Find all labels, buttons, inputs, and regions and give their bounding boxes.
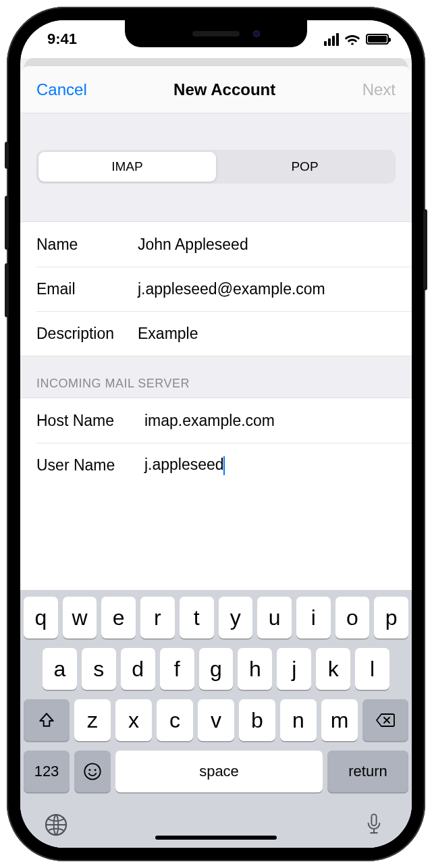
key-i[interactable]: i xyxy=(296,597,331,639)
front-camera xyxy=(253,30,260,37)
speaker-grille xyxy=(192,31,240,36)
screen: 9:41 Cancel New Account Next xyxy=(20,20,412,848)
username-value[interactable]: j.appleseed xyxy=(144,456,396,475)
backspace-key[interactable] xyxy=(362,699,408,741)
home-indicator[interactable] xyxy=(155,836,277,840)
key-w[interactable]: w xyxy=(63,597,97,639)
keyboard-row-3: z x c v b n m xyxy=(24,699,408,741)
battery-icon xyxy=(366,34,389,45)
dictation-key[interactable] xyxy=(364,813,388,837)
keyboard[interactable]: q w e r t y u i o p a s d xyxy=(20,590,412,848)
key-r[interactable]: r xyxy=(140,597,175,639)
volume-down-button xyxy=(5,263,9,317)
keyboard-row-4: 123 space return xyxy=(24,751,408,792)
shift-key[interactable] xyxy=(24,699,70,741)
return-key[interactable]: return xyxy=(327,751,408,792)
svg-point-0 xyxy=(84,763,100,779)
key-h[interactable]: h xyxy=(238,648,272,690)
segment-imap[interactable]: IMAP xyxy=(38,152,216,182)
key-k[interactable]: k xyxy=(316,648,350,690)
name-label: Name xyxy=(36,236,138,254)
nav-bar: Cancel New Account Next xyxy=(20,66,412,113)
key-v[interactable]: v xyxy=(198,699,234,741)
protocol-segmented-control[interactable]: IMAP POP xyxy=(36,150,396,184)
globe-icon xyxy=(44,813,68,837)
cancel-button[interactable]: Cancel xyxy=(36,80,87,99)
keyboard-row-1: q w e r t y u i o p xyxy=(24,597,408,639)
notch xyxy=(125,20,307,47)
shift-icon xyxy=(38,711,55,729)
key-g[interactable]: g xyxy=(199,648,234,690)
emoji-icon xyxy=(83,762,102,781)
account-info-list: Name John Appleseed Email j.appleseed@ex… xyxy=(20,221,412,356)
nav-title: New Account xyxy=(173,80,275,99)
key-u[interactable]: u xyxy=(257,597,292,639)
key-b[interactable]: b xyxy=(239,699,275,741)
key-m[interactable]: m xyxy=(321,699,358,741)
key-o[interactable]: o xyxy=(335,597,370,639)
description-label: Description xyxy=(36,325,138,343)
key-z[interactable]: z xyxy=(74,699,111,741)
svg-point-1 xyxy=(88,769,90,771)
email-value[interactable]: j.appleseed@example.com xyxy=(138,280,396,298)
space-key[interactable]: space xyxy=(115,751,323,792)
key-x[interactable]: x xyxy=(115,699,152,741)
name-value[interactable]: John Appleseed xyxy=(138,236,396,254)
username-label: User Name xyxy=(36,456,144,474)
backspace-icon xyxy=(375,713,396,728)
key-e[interactable]: e xyxy=(101,597,136,639)
incoming-server-header: Incoming Mail Server xyxy=(20,356,412,398)
key-j[interactable]: j xyxy=(277,648,311,690)
email-label: Email xyxy=(36,280,138,298)
email-cell[interactable]: Email j.appleseed@example.com xyxy=(36,267,412,311)
key-y[interactable]: y xyxy=(219,597,253,639)
key-q[interactable]: q xyxy=(24,597,58,639)
numbers-key[interactable]: 123 xyxy=(24,751,70,792)
svg-point-2 xyxy=(94,769,97,771)
description-cell[interactable]: Description Example xyxy=(36,311,412,356)
username-cell[interactable]: User Name j.appleseed xyxy=(36,443,412,487)
key-t[interactable]: t xyxy=(180,597,214,639)
key-a[interactable]: a xyxy=(43,648,77,690)
keyboard-row-2: a s d f g h j k l xyxy=(24,648,408,690)
name-cell[interactable]: Name John Appleseed xyxy=(20,222,412,267)
status-time: 9:41 xyxy=(47,30,77,48)
key-p[interactable]: p xyxy=(374,597,408,639)
key-c[interactable]: c xyxy=(157,699,193,741)
wifi-icon xyxy=(344,33,360,45)
segment-pop[interactable]: POP xyxy=(216,152,394,182)
key-l[interactable]: l xyxy=(355,648,389,690)
key-f[interactable]: f xyxy=(160,648,194,690)
volume-up-button xyxy=(5,196,9,250)
key-n[interactable]: n xyxy=(280,699,317,741)
hostname-value[interactable]: imap.example.com xyxy=(144,412,396,430)
device-frame: 9:41 Cancel New Account Next xyxy=(7,7,425,861)
microphone-icon xyxy=(364,813,384,837)
key-d[interactable]: d xyxy=(121,648,155,690)
new-account-sheet: Cancel New Account Next IMAP POP Na xyxy=(20,66,412,848)
description-value[interactable]: Example xyxy=(138,325,396,343)
svg-rect-4 xyxy=(371,814,376,825)
incoming-server-list: Host Name imap.example.com User Name j.a… xyxy=(20,398,412,487)
hostname-cell[interactable]: Host Name imap.example.com xyxy=(20,398,412,443)
key-s[interactable]: s xyxy=(82,648,116,690)
cellular-signal-icon xyxy=(324,33,339,46)
globe-key[interactable] xyxy=(44,813,68,837)
side-button xyxy=(423,209,427,290)
text-cursor xyxy=(223,456,225,475)
emoji-key[interactable] xyxy=(74,751,111,792)
hostname-label: Host Name xyxy=(36,412,144,430)
next-button[interactable]: Next xyxy=(362,80,396,99)
mute-switch xyxy=(5,142,9,169)
